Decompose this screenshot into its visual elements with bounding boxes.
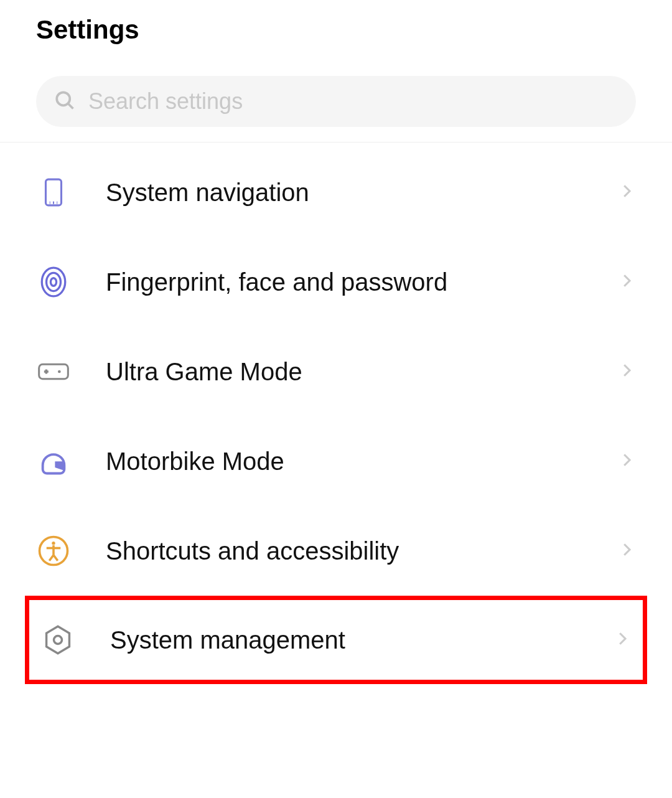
chevron-right-icon xyxy=(617,182,636,203)
svg-point-14 xyxy=(52,542,55,545)
search-icon xyxy=(54,89,76,114)
page-title: Settings xyxy=(36,15,636,45)
svg-point-20 xyxy=(54,636,62,644)
settings-item-label: Shortcuts and accessibility xyxy=(106,537,582,565)
settings-item-label: System management xyxy=(110,626,578,654)
header: Settings xyxy=(0,0,672,76)
gamepad-icon xyxy=(36,354,71,389)
settings-item-label: Fingerprint, face and password xyxy=(106,268,582,296)
phone-icon xyxy=(36,175,71,210)
chevron-right-icon xyxy=(617,361,636,382)
settings-item-ultra-game-mode[interactable]: Ultra Game Mode xyxy=(0,327,672,416)
search-bar[interactable] xyxy=(36,76,636,127)
svg-point-0 xyxy=(57,92,70,105)
svg-line-1 xyxy=(68,103,73,108)
gear-hex-icon xyxy=(40,622,75,657)
settings-item-system-management[interactable]: System management xyxy=(25,596,647,684)
svg-rect-9 xyxy=(39,364,68,378)
settings-item-motorbike-mode[interactable]: Motorbike Mode xyxy=(0,416,672,506)
search-input[interactable] xyxy=(88,88,618,115)
chevron-right-icon xyxy=(613,629,632,650)
svg-point-7 xyxy=(47,273,61,291)
svg-point-12 xyxy=(58,370,61,373)
chevron-right-icon xyxy=(617,540,636,561)
settings-item-label: Motorbike Mode xyxy=(106,448,582,476)
svg-marker-19 xyxy=(47,626,70,653)
svg-line-18 xyxy=(54,555,58,561)
settings-item-label: Ultra Game Mode xyxy=(106,358,582,386)
accessibility-icon xyxy=(36,533,71,568)
svg-point-8 xyxy=(50,278,56,286)
settings-list: System navigation Fingerprint, face and … xyxy=(0,143,672,684)
search-container xyxy=(0,76,672,142)
settings-item-accessibility[interactable]: Shortcuts and accessibility xyxy=(0,506,672,596)
fingerprint-icon xyxy=(36,265,71,299)
settings-item-label: System navigation xyxy=(106,179,582,207)
settings-item-system-navigation[interactable]: System navigation xyxy=(0,148,672,237)
settings-item-fingerprint[interactable]: Fingerprint, face and password xyxy=(0,237,672,327)
helmet-icon xyxy=(36,444,71,479)
chevron-right-icon xyxy=(617,271,636,293)
chevron-right-icon xyxy=(617,451,636,472)
